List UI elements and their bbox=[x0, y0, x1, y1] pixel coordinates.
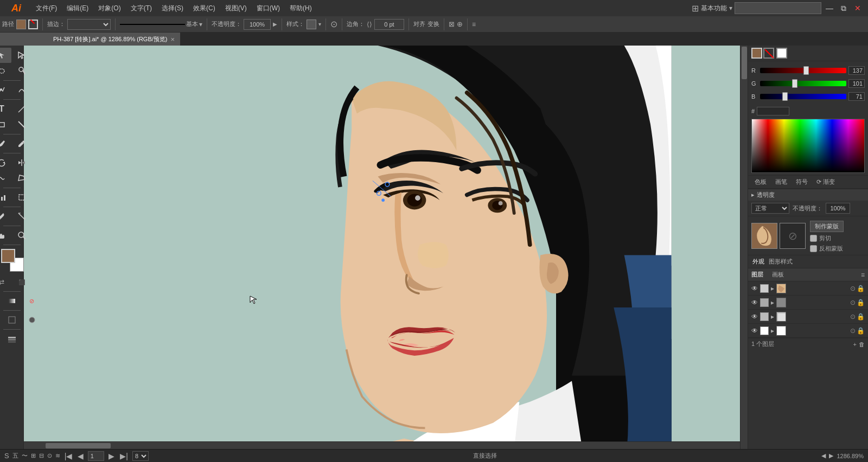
opacity-arrow[interactable]: ▶ bbox=[273, 21, 277, 27]
lasso-tool[interactable] bbox=[0, 63, 11, 79]
border-value[interactable] bbox=[374, 19, 404, 30]
direct-select-tool[interactable] bbox=[12, 48, 31, 63]
invert-checkbox[interactable] bbox=[810, 245, 817, 252]
tab-color-board[interactable]: 色板 bbox=[751, 177, 770, 187]
eyedropper-tool[interactable] bbox=[0, 209, 11, 224]
tab-brush[interactable]: 画笔 bbox=[772, 177, 790, 187]
layer-3-visibility[interactable]: 👁 bbox=[751, 313, 758, 320]
layer-4-expand[interactable]: ▸ bbox=[771, 327, 774, 335]
layer-4-target-icon[interactable]: ⊙ bbox=[850, 327, 856, 335]
artboard-tool[interactable] bbox=[12, 190, 31, 205]
make-mask-button[interactable]: 制作蒙版 bbox=[810, 221, 844, 232]
foreground-color-swatch[interactable] bbox=[1, 249, 15, 263]
appearance-tab[interactable]: 外观 bbox=[752, 258, 764, 266]
artboard-tab[interactable]: 画板 bbox=[772, 271, 784, 279]
layer-1-visibility[interactable]: 👁 bbox=[751, 285, 758, 292]
panel-options-icon[interactable]: ≡ bbox=[472, 21, 476, 28]
status-icon-4[interactable]: ⊙ bbox=[47, 452, 52, 459]
artboard-back-btn[interactable]: ▶ bbox=[829, 452, 833, 459]
menu-file[interactable]: 文件(F) bbox=[31, 3, 61, 14]
restore-button[interactable]: ⧉ bbox=[838, 2, 850, 14]
vertical-scrollbar[interactable] bbox=[740, 46, 748, 449]
path-ops-icon[interactable]: ⊕ bbox=[457, 20, 463, 28]
new-sublayer-btn[interactable]: + bbox=[853, 341, 857, 348]
graph-tool[interactable] bbox=[0, 190, 11, 205]
stroke-dropdown-arrow[interactable]: ▾ bbox=[199, 21, 202, 28]
workspace-dropdown-icon[interactable]: ▾ bbox=[729, 4, 732, 12]
first-page-btn[interactable]: |◀ bbox=[63, 452, 74, 460]
snap-icon-1[interactable]: S bbox=[4, 452, 9, 460]
curvature-tool[interactable] bbox=[12, 82, 31, 98]
page-size-select[interactable]: 8 bbox=[132, 451, 149, 461]
layer-2-expand[interactable]: ▸ bbox=[771, 299, 774, 306]
menu-edit[interactable]: 编辑(E) bbox=[62, 3, 93, 14]
artboard-forward-btn[interactable]: ◀ bbox=[821, 452, 826, 459]
layer-1-target-icon[interactable]: ⊙ bbox=[850, 285, 856, 292]
menu-view[interactable]: 视图(V) bbox=[221, 3, 251, 14]
color-spectrum[interactable] bbox=[751, 119, 865, 173]
hand-tool[interactable] bbox=[0, 228, 11, 243]
menu-effect[interactable]: 效果(C) bbox=[189, 3, 220, 14]
canvas-area[interactable] bbox=[24, 46, 748, 449]
layer-3-expand[interactable]: ▸ bbox=[771, 313, 774, 320]
g-slider[interactable] bbox=[760, 81, 846, 86]
free-distort-tool[interactable] bbox=[12, 171, 31, 186]
layer-row-3[interactable]: 👁 ▸ ⊙ 🔒 bbox=[748, 310, 868, 324]
status-icon-3[interactable]: ⊟ bbox=[39, 452, 44, 459]
tab-gradient[interactable]: ⟳ 渐变 bbox=[813, 177, 838, 187]
zoom-tool[interactable] bbox=[12, 228, 31, 243]
document-tab[interactable]: PH-387 [转换].ai* @ 1286.89% (RGB/预览) × bbox=[48, 33, 181, 46]
eraser-tool[interactable] bbox=[12, 117, 31, 132]
stroke-dropdown[interactable] bbox=[67, 19, 111, 30]
screen-mode-btn-3[interactable] bbox=[22, 312, 42, 328]
screen-mode-btn-2[interactable] bbox=[2, 312, 22, 328]
options-icon[interactable]: ⊙ bbox=[330, 19, 337, 29]
mask-thumbnail-main[interactable] bbox=[751, 223, 777, 249]
layer-2-visibility[interactable]: 👁 bbox=[751, 299, 758, 306]
menu-type[interactable]: 文字(T) bbox=[126, 3, 156, 14]
layer-3-lock-icon[interactable]: 🔒 bbox=[857, 313, 865, 320]
next-page-btn[interactable]: ▶ bbox=[107, 452, 116, 460]
close-button[interactable]: ✕ bbox=[852, 2, 864, 14]
style-swatch[interactable] bbox=[307, 20, 316, 29]
measure-tool[interactable] bbox=[12, 209, 31, 224]
menu-object[interactable]: 对象(O) bbox=[94, 3, 125, 14]
isolate-icon[interactable]: ⊠ bbox=[449, 20, 455, 28]
line-segment-tool[interactable] bbox=[12, 101, 31, 117]
default-colors-btn[interactable]: ⬛ bbox=[12, 274, 31, 290]
opacity-trans-input[interactable] bbox=[826, 203, 850, 214]
fill-color-btn[interactable] bbox=[751, 48, 762, 59]
layer-4-lock-icon[interactable]: 🔒 bbox=[857, 327, 865, 335]
select-tool[interactable] bbox=[0, 48, 11, 63]
warp-tool[interactable] bbox=[0, 171, 11, 186]
last-page-btn[interactable]: ▶| bbox=[119, 452, 129, 460]
graphic-style-tab[interactable]: 图形样式 bbox=[769, 258, 793, 266]
fill-none-btn[interactable]: ◻ bbox=[0, 293, 2, 309]
menu-select[interactable]: 选择(S) bbox=[157, 3, 188, 14]
swap-colors-btn[interactable]: ⇄ bbox=[0, 274, 11, 290]
no-fill-btn[interactable]: ⊘ bbox=[22, 293, 42, 309]
stroke-color-btn[interactable] bbox=[763, 48, 774, 59]
gradient-fill-btn[interactable] bbox=[2, 293, 22, 309]
rect-tool[interactable] bbox=[0, 117, 11, 132]
opacity-input[interactable] bbox=[244, 19, 271, 30]
horizontal-scroll-thumb[interactable] bbox=[46, 443, 111, 448]
mask-thumbnail-empty[interactable]: ⊘ bbox=[780, 223, 806, 249]
fill-swatch[interactable] bbox=[16, 20, 26, 29]
layer-2-lock-icon[interactable]: 🔒 bbox=[857, 299, 865, 306]
document-tab-close[interactable]: × bbox=[170, 35, 175, 43]
reflect-tool[interactable] bbox=[12, 155, 31, 170]
magic-wand-tool[interactable] bbox=[12, 63, 31, 79]
type-tool[interactable]: T bbox=[0, 101, 11, 117]
status-icon-2[interactable]: ⊞ bbox=[31, 452, 36, 459]
layer-row-4[interactable]: 👁 ▸ ⊙ 🔒 bbox=[748, 324, 868, 338]
layers-panel-btn[interactable] bbox=[2, 331, 22, 347]
page-input[interactable] bbox=[88, 451, 104, 461]
blend-mode-dropdown[interactable]: 正常 bbox=[751, 203, 789, 214]
delete-layer-btn[interactable]: 🗑 bbox=[859, 341, 865, 348]
tab-symbol[interactable]: 符号 bbox=[793, 177, 811, 187]
vertical-scroll-thumb[interactable] bbox=[742, 47, 747, 79]
minimize-button[interactable]: — bbox=[824, 2, 835, 14]
layer-1-lock-icon[interactable]: 🔒 bbox=[857, 285, 865, 292]
clip-checkbox[interactable] bbox=[810, 235, 817, 242]
